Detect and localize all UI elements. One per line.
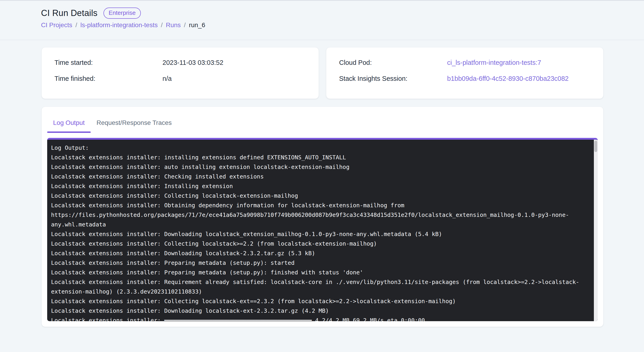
tab-request-response-traces[interactable]: Request/Response Traces (91, 112, 178, 133)
log-terminal[interactable]: Log Output:Localstack extensions install… (47, 138, 598, 321)
log-line: extension-mailhog) (2.3.3.dev20231102110… (51, 287, 593, 296)
breadcrumb-link-project[interactable]: ls-platform-integration-tests (80, 22, 158, 29)
run-links-card: Cloud Pod: ci_ls-platform-integration-te… (326, 47, 604, 99)
log-line: Log Output: (51, 143, 593, 153)
cloud-pod-row: Cloud Pod: ci_ls-platform-integration-te… (339, 59, 590, 66)
time-started-value: 2023-11-03 03:03:52 (162, 59, 223, 66)
log-line: Localstack extensions installer: ━━━━━━━… (51, 316, 593, 321)
stack-insights-label: Stack Insights Session: (339, 75, 447, 82)
log-line: Localstack extensions installer: Collect… (51, 296, 593, 306)
cloud-pod-link[interactable]: ci_ls-platform-integration-tests:7 (447, 59, 541, 66)
page-header: CI Run Details Enterprise CI Projects / … (0, 1, 644, 40)
breadcrumb: CI Projects / ls-platform-integration-te… (41, 22, 603, 29)
log-line: https://files.pythonhosted.org/packages/… (51, 210, 593, 220)
log-line: Localstack extensions installer: Require… (51, 277, 593, 287)
cloud-pod-label: Cloud Pod: (339, 59, 447, 66)
stack-insights-session-link[interactable]: b1bb09da-6ff0-4c52-8930-c870ba23c082 (447, 75, 568, 82)
log-line: Localstack extensions installer: Install… (51, 182, 593, 191)
breadcrumb-link-ci-projects[interactable]: CI Projects (41, 22, 72, 29)
breadcrumb-separator: / (184, 22, 186, 29)
scrollbar-thumb[interactable] (594, 141, 597, 152)
log-line: Localstack extensions installer: Prepari… (51, 258, 593, 268)
breadcrumb-separator: / (76, 22, 77, 29)
log-line: Localstack extensions installer: install… (51, 153, 593, 162)
stack-insights-row: Stack Insights Session: b1bb09da-6ff0-4c… (339, 75, 590, 82)
log-line: Localstack extensions installer: Prepari… (51, 268, 593, 277)
log-line: Localstack extensions installer: Downloa… (51, 229, 593, 239)
breadcrumb-current-run: run_6 (189, 22, 205, 29)
log-line: Localstack extensions installer: Checkin… (51, 172, 593, 182)
log-line: Localstack extensions installer: Obtaini… (51, 201, 593, 210)
time-finished-value: n/a (162, 75, 172, 82)
log-line: any.whl.metadata (51, 220, 593, 229)
log-line: Localstack extensions installer: Collect… (51, 239, 593, 249)
tabs: Log Output Request/Response Traces (47, 112, 598, 133)
log-line: Localstack extensions installer: auto in… (51, 162, 593, 172)
log-line: Localstack extensions installer: Downloa… (51, 306, 593, 316)
breadcrumb-separator: / (161, 22, 163, 29)
breadcrumb-link-runs[interactable]: Runs (166, 22, 181, 29)
log-output-card: Log Output Request/Response Traces Log O… (42, 107, 604, 327)
time-started-row: Time started: 2023-11-03 03:03:52 (54, 59, 306, 66)
main-content: Time started: 2023-11-03 03:03:52 Time f… (0, 40, 644, 327)
log-line: Localstack extensions installer: Downloa… (51, 249, 593, 258)
time-started-label: Time started: (54, 59, 162, 66)
time-finished-row: Time finished: n/a (54, 75, 306, 82)
run-times-card: Time started: 2023-11-03 03:03:52 Time f… (42, 47, 319, 99)
enterprise-badge: Enterprise (104, 8, 141, 19)
log-lines: Log Output:Localstack extensions install… (47, 140, 593, 321)
tab-log-output[interactable]: Log Output (47, 112, 91, 133)
page-title: CI Run Details (41, 8, 98, 18)
log-line: Localstack extensions installer: Collect… (51, 191, 593, 201)
summary-cards-row: Time started: 2023-11-03 03:03:52 Time f… (42, 47, 604, 99)
title-row: CI Run Details Enterprise (41, 8, 603, 19)
time-finished-label: Time finished: (54, 75, 162, 82)
scrollbar-track[interactable] (594, 140, 598, 321)
